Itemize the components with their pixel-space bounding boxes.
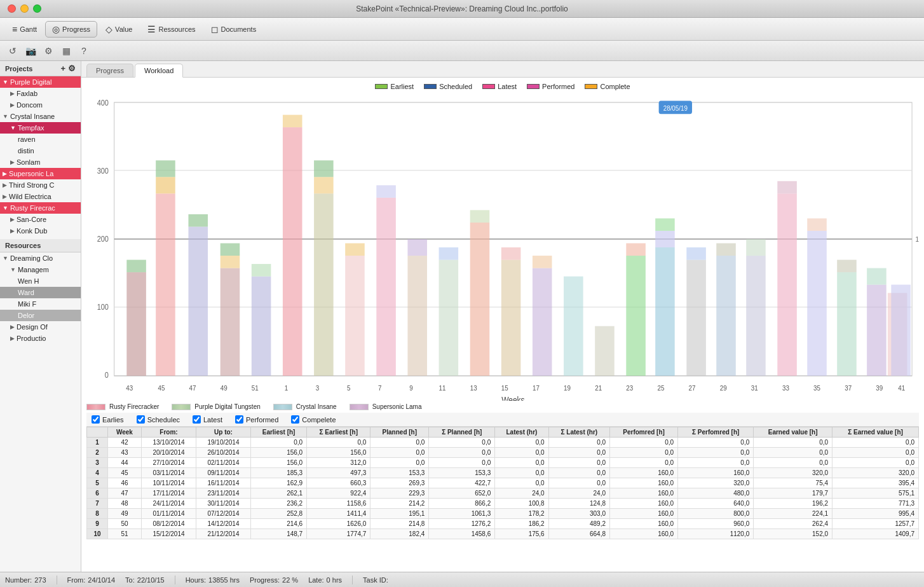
svg-text:35: 35 xyxy=(813,384,820,392)
table-container[interactable]: Week From: Up to: Earliest [h] Σ Earlies… xyxy=(86,427,919,567)
complete-color xyxy=(585,84,597,89)
add-project-icon[interactable]: + xyxy=(60,64,65,73)
status-progress: Progress: 22 % xyxy=(250,576,298,584)
maximize-button[interactable] xyxy=(33,4,41,13)
gantt-tab[interactable]: ≡ Gantt xyxy=(5,21,44,38)
camera-button[interactable]: 📷 xyxy=(23,43,38,59)
purple-digital-color xyxy=(172,404,191,410)
svg-text:28/05/19: 28/05/19 xyxy=(663,104,688,112)
checkbox-performed[interactable]: Performed xyxy=(235,415,278,424)
sidebar-item-doncom[interactable]: ▶ Doncom xyxy=(0,99,81,111)
grid-button[interactable]: ▦ xyxy=(58,43,74,59)
sidebar-item-supersonic-la[interactable]: ▶ Supersonic La xyxy=(0,168,81,179)
sidebar-item-third-strong[interactable]: ▶ Third Strong C xyxy=(0,179,81,191)
help-button[interactable]: ? xyxy=(76,43,92,59)
col-row-num xyxy=(87,427,108,438)
sidebar-item-faxlab[interactable]: ▶ Faxlab xyxy=(0,88,81,99)
sidebar-item-san-core[interactable]: ▶ San-Core xyxy=(0,214,81,225)
svg-rect-55 xyxy=(716,243,736,256)
svg-rect-54 xyxy=(716,256,736,376)
svg-rect-32 xyxy=(345,243,365,256)
sidebar-item-ward[interactable]: Ward xyxy=(0,287,81,298)
svg-rect-24 xyxy=(252,277,271,376)
table-row: 9 50 08/12/2014 14/12/2014 214,6 1626,0 … xyxy=(87,519,919,529)
svg-text:39: 39 xyxy=(876,384,883,392)
svg-rect-43 xyxy=(533,268,552,376)
sidebar-item-dreaming-clo[interactable]: ▼ Dreaming Clo xyxy=(0,252,81,264)
refresh-button[interactable]: ↺ xyxy=(5,43,20,59)
svg-rect-29 xyxy=(314,177,334,193)
table-row: 5 46 10/11/2014 16/11/2014 162,9 660,3 2… xyxy=(87,478,919,488)
checkbox-schedulec[interactable]: Schedulec xyxy=(137,415,180,424)
sidebar-item-design-of[interactable]: ▶ Design Of xyxy=(0,321,81,333)
settings-button[interactable]: ⚙ xyxy=(41,43,56,59)
status-task-id: Task ID: xyxy=(363,576,391,584)
close-button[interactable] xyxy=(8,4,16,13)
tab-workload[interactable]: Workload xyxy=(135,64,183,78)
svg-rect-50 xyxy=(655,231,675,247)
table-row: 3 44 27/10/2014 02/11/2014 156,0 312,0 0… xyxy=(87,458,919,468)
chart-color-legend: Rusty Firecracker Purple Digital Tungste… xyxy=(86,401,919,413)
svg-rect-42 xyxy=(501,247,521,260)
col-sperf: Σ Perfomred [h] xyxy=(678,427,754,438)
settings-project-icon[interactable]: ⚙ xyxy=(68,64,76,73)
col-earned: Earned value [h] xyxy=(754,427,832,438)
col-slatest: Σ Latest (hr) xyxy=(548,427,609,438)
projects-header: Projects + ⚙ xyxy=(0,61,81,76)
minimize-button[interactable] xyxy=(20,4,29,13)
sidebar-item-managem[interactable]: ▼ Managem xyxy=(0,264,81,275)
svg-text:300: 300 xyxy=(97,166,109,176)
svg-text:3: 3 xyxy=(316,384,319,392)
sidebar-item-miki-f[interactable]: Miki F xyxy=(0,298,81,310)
svg-rect-14 xyxy=(126,272,146,376)
sidebar-item-distin[interactable]: distin xyxy=(0,145,81,156)
svg-text:41: 41 xyxy=(898,384,905,392)
documents-tab[interactable]: ◻ Documents xyxy=(204,21,264,38)
svg-rect-40 xyxy=(470,210,490,223)
content-area: Projects + ⚙ ▼ Purple Digital ▶ Faxlab ▶… xyxy=(0,61,924,572)
svg-rect-21 xyxy=(221,268,240,376)
chevron-down-icon: ▼ xyxy=(3,255,8,261)
svg-rect-52 xyxy=(686,260,706,376)
progress-tab[interactable]: ◎ Progress xyxy=(45,21,97,38)
svg-text:43: 43 xyxy=(126,384,133,392)
resources-tab[interactable]: ☰ Ressources xyxy=(140,21,202,38)
svg-rect-48 xyxy=(626,243,646,256)
chart-area: Earliest Scheduled Latest Performed Comp… xyxy=(81,78,924,572)
chevron-right-icon: ▶ xyxy=(3,170,7,177)
checkbox-compelete[interactable]: Compelete xyxy=(291,415,336,424)
col-earliest: Earliest [h] xyxy=(250,427,306,438)
chevron-down-icon: ▼ xyxy=(3,79,8,85)
sidebar-item-tempfax[interactable]: ▼ Tempfax xyxy=(0,122,81,134)
sidebar-item-raven[interactable]: raven xyxy=(0,134,81,145)
col-planned: Planned [h] xyxy=(370,427,429,438)
sidebar-item-konk-dub[interactable]: ▶ Konk Dub xyxy=(0,225,81,237)
checkboxes-row: Earlies Schedulec Latest Performed Compe… xyxy=(86,413,919,427)
sidebar-item-delor[interactable]: Delor xyxy=(0,310,81,321)
svg-text:23: 23 xyxy=(626,384,633,392)
chart-legend: Earliest Scheduled Latest Performed Comp… xyxy=(86,83,919,90)
progress-icon: ◎ xyxy=(52,24,60,34)
svg-rect-41 xyxy=(501,260,521,376)
svg-text:11: 11 xyxy=(439,384,446,392)
checkbox-latest[interactable]: Latest xyxy=(193,415,222,424)
svg-rect-34 xyxy=(376,185,396,198)
sidebar-item-wen-h[interactable]: Wen H xyxy=(0,275,81,287)
sidebar-item-sonlam[interactable]: ▶ Sonlam xyxy=(0,156,81,168)
sidebar-item-productio[interactable]: ▶ Productio xyxy=(0,333,81,344)
svg-rect-39 xyxy=(470,223,490,376)
value-tab[interactable]: ◇ Value xyxy=(99,21,139,38)
svg-text:400: 400 xyxy=(97,98,109,107)
svg-text:0: 0 xyxy=(105,370,109,380)
tab-progress[interactable]: Progress xyxy=(86,64,133,77)
svg-rect-37 xyxy=(439,260,459,376)
sidebar-item-rusty-firecrac[interactable]: ▼ Rusty Firecrac xyxy=(0,202,81,214)
col-from: From: xyxy=(142,427,196,438)
sidebar-item-wild-electrica[interactable]: ▶ Wild Electrica xyxy=(0,191,81,202)
sidebar-item-purple-digital[interactable]: ▼ Purple Digital xyxy=(0,76,81,88)
svg-rect-38 xyxy=(439,247,459,260)
sidebar-item-crystal-insane[interactable]: ▼ Crystal Insane xyxy=(0,111,81,122)
checkbox-earlies[interactable]: Earlies xyxy=(92,415,124,424)
scheduled-color xyxy=(424,84,437,89)
table-row: 2 43 20/10/2014 26/10/2014 156,0 156,0 0… xyxy=(87,448,919,458)
